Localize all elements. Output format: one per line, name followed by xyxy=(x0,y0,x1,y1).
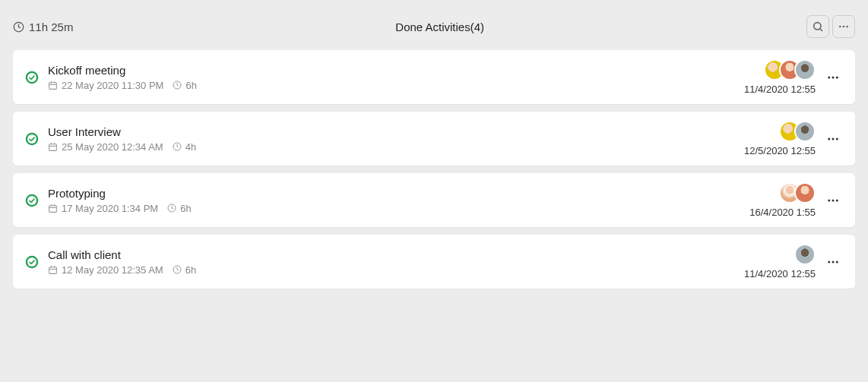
svg-point-5 xyxy=(846,26,848,28)
check-circle-icon xyxy=(25,132,39,146)
check-column xyxy=(25,132,39,146)
clock-icon xyxy=(13,21,24,33)
activity-completed-at: 11/4/2020 12:55 xyxy=(744,84,816,95)
activity-meta: 25 May 2020 12:34 AM 4h xyxy=(48,141,744,153)
header-title: Done Activities(4) xyxy=(73,21,806,33)
activity-date-text: 12 May 2020 12:35 AM xyxy=(62,264,163,276)
total-time-text: 11h 25m xyxy=(29,21,73,33)
activity-more-button[interactable] xyxy=(823,129,843,149)
svg-point-4 xyxy=(843,26,845,28)
clock-icon xyxy=(167,204,176,213)
activity-title: Prototyping xyxy=(48,187,749,200)
activity-date-meta: 22 May 2020 11:30 PM xyxy=(48,80,163,91)
activity-more-button[interactable] xyxy=(823,252,843,272)
svg-rect-18 xyxy=(49,144,57,150)
check-circle-icon xyxy=(25,71,39,84)
activity-meta: 22 May 2020 11:30 PM 6h xyxy=(48,80,744,91)
svg-point-15 xyxy=(836,76,838,78)
activity-date-text: 25 May 2020 12:34 AM xyxy=(62,141,163,153)
calendar-icon xyxy=(48,204,58,213)
svg-rect-38 xyxy=(49,267,57,273)
check-circle-icon xyxy=(25,194,39,207)
activity-duration-meta: 6h xyxy=(173,80,196,91)
svg-point-44 xyxy=(832,260,835,263)
clock-icon xyxy=(173,142,182,151)
svg-point-27 xyxy=(27,196,36,205)
svg-point-23 xyxy=(828,137,830,140)
avatar[interactable] xyxy=(794,244,816,265)
more-horizontal-icon xyxy=(826,255,840,269)
activity-meta: 12 May 2020 12:35 AM 6h xyxy=(48,264,744,276)
activity-duration-text: 6h xyxy=(185,80,196,91)
activity-date-meta: 25 May 2020 12:34 AM xyxy=(48,141,163,153)
activity-duration-meta: 6h xyxy=(167,203,191,214)
more-horizontal-icon xyxy=(826,71,840,84)
activity-completed-at: 11/4/2020 12:55 xyxy=(744,268,816,279)
header-total-time: 11h 25m xyxy=(13,21,73,33)
svg-point-7 xyxy=(27,73,36,82)
svg-point-43 xyxy=(828,260,830,263)
activity-right-col: 11/4/2020 12:55 xyxy=(744,244,816,279)
activity-date-meta: 17 May 2020 1:34 PM xyxy=(48,203,158,214)
more-button[interactable] xyxy=(832,15,855,38)
svg-point-45 xyxy=(836,260,838,263)
avatar[interactable] xyxy=(794,121,816,142)
activity-right-col: 12/5/2020 12:55 xyxy=(744,121,816,156)
avatars-row xyxy=(779,121,816,142)
check-circle-icon xyxy=(25,255,39,269)
svg-point-34 xyxy=(832,199,835,201)
activity-more-button[interactable] xyxy=(823,191,843,210)
calendar-icon xyxy=(48,142,58,152)
avatar[interactable] xyxy=(794,59,816,81)
svg-rect-8 xyxy=(49,82,57,89)
clock-icon xyxy=(173,81,182,90)
avatar[interactable] xyxy=(794,182,816,204)
search-icon xyxy=(812,21,824,33)
avatars-row xyxy=(794,244,816,265)
activity-body: Call with client 12 May 2020 12:35 AM 6h xyxy=(48,248,744,276)
activity-date-text: 22 May 2020 11:30 PM xyxy=(62,80,163,91)
check-column xyxy=(25,194,39,207)
activity-card[interactable]: User Interview 25 May 2020 12:34 AM 4h xyxy=(13,112,855,166)
clock-icon xyxy=(173,265,182,274)
activity-completed-at: 16/4/2020 1:55 xyxy=(749,207,816,218)
activity-right-col: 16/4/2020 1:55 xyxy=(749,182,816,218)
svg-point-3 xyxy=(839,26,841,28)
header-actions xyxy=(806,15,855,38)
activity-body: User Interview 25 May 2020 12:34 AM 4h xyxy=(48,125,744,153)
activity-duration-text: 6h xyxy=(180,203,191,214)
activity-duration-text: 6h xyxy=(185,264,196,276)
svg-point-24 xyxy=(832,137,835,140)
calendar-icon xyxy=(48,81,58,90)
activity-right-col: 11/4/2020 12:55 xyxy=(744,59,816,95)
svg-point-13 xyxy=(828,76,830,78)
svg-point-37 xyxy=(27,257,36,267)
activity-date-text: 17 May 2020 1:34 PM xyxy=(62,203,158,214)
search-button[interactable] xyxy=(806,15,829,38)
check-column xyxy=(25,71,39,84)
activity-body: Prototyping 17 May 2020 1:34 PM 6h xyxy=(48,187,749,214)
activity-duration-meta: 6h xyxy=(173,264,196,276)
activity-card[interactable]: Call with client 12 May 2020 12:35 AM 6h xyxy=(13,235,855,289)
svg-line-2 xyxy=(820,29,822,31)
activity-completed-at: 12/5/2020 12:55 xyxy=(744,145,816,156)
check-column xyxy=(25,255,39,269)
more-horizontal-icon xyxy=(838,21,850,33)
svg-point-35 xyxy=(836,199,838,201)
avatars-row xyxy=(764,59,816,81)
activity-meta: 17 May 2020 1:34 PM 6h xyxy=(48,203,749,214)
activity-card[interactable]: Kickoff meeting 22 May 2020 11:30 PM 6h xyxy=(13,50,855,104)
more-horizontal-icon xyxy=(826,132,840,146)
activity-title: Call with client xyxy=(48,248,744,261)
activity-more-button[interactable] xyxy=(823,68,843,87)
activities-list: Kickoff meeting 22 May 2020 11:30 PM 6h xyxy=(0,50,868,289)
activity-title: User Interview xyxy=(48,125,744,138)
svg-rect-28 xyxy=(49,205,57,212)
svg-point-1 xyxy=(814,23,821,30)
svg-point-14 xyxy=(832,76,835,78)
activity-duration-text: 4h xyxy=(185,141,196,153)
activity-duration-meta: 4h xyxy=(173,141,196,153)
header: 11h 25m Done Activities(4) xyxy=(0,0,868,50)
calendar-icon xyxy=(48,265,58,275)
activity-card[interactable]: Prototyping 17 May 2020 1:34 PM 6h 16 xyxy=(13,173,855,227)
